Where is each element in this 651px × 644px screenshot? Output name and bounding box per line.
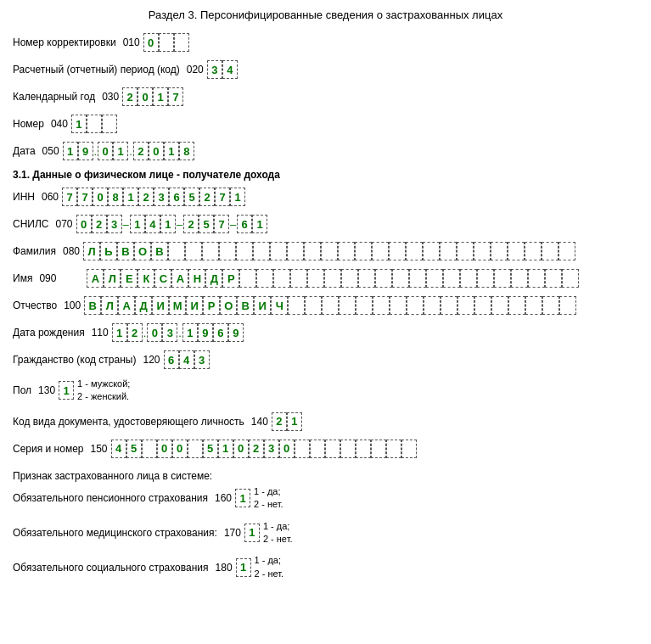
- inn-label: ИНН: [13, 191, 35, 203]
- cell-i-24: [477, 269, 494, 288]
- cell-sn-2: 5: [126, 440, 142, 458]
- cell-d-1: 1: [63, 142, 78, 160]
- cell-f-5: В: [151, 242, 168, 260]
- cell-i-25: [494, 269, 511, 288]
- cell-i-19: [392, 269, 409, 288]
- cell-s-6: 1: [160, 215, 176, 233]
- cell-o-19: [390, 296, 407, 315]
- snils-cells: 0 2 3 – 1 4 1 – 2 5 7 – 6 1: [76, 215, 268, 233]
- cell-f-27: [525, 242, 542, 260]
- cell-f-3: В: [117, 242, 134, 260]
- cell-gr-1: 6: [164, 350, 179, 369]
- cell-f-9: [219, 242, 236, 260]
- cell-f-18: [372, 242, 389, 260]
- cell-o-23: [457, 296, 474, 315]
- cell-i-12: [273, 269, 290, 288]
- snils-code: 070: [56, 218, 73, 230]
- otchestvo-row: Отчество 100 В Л А Д И М И Р О В И Ч: [13, 296, 638, 315]
- inn-row: ИНН 060 7 7 0 8 1 2 3 6 5 2 7 1: [13, 188, 638, 206]
- cell-dr-6: 9: [198, 323, 213, 342]
- cell-o-29: [559, 296, 576, 315]
- nomer-code: 040: [51, 118, 68, 130]
- cell-o-16: [339, 296, 356, 315]
- cell-o-15: [322, 296, 339, 315]
- obsoc-row: Обязательного социального страхования 18…: [13, 554, 638, 580]
- cell-op-1: 1: [235, 489, 250, 507]
- cell-f-8: [202, 242, 219, 260]
- cell-s-2: 2: [92, 215, 107, 233]
- cell-os-1: 1: [236, 558, 251, 577]
- cell-inn-7: 3: [154, 188, 169, 206]
- cell-i-22: [443, 269, 460, 288]
- cell-sn-1: 4: [111, 440, 126, 458]
- cell-i-1: А: [87, 269, 104, 288]
- cell-dr-8: 9: [228, 323, 244, 342]
- calendar-row: Календарный год 030 2 0 1 7: [13, 87, 638, 106]
- dataroz-row: Дата рождения 110 1 2 . 0 3 . 1 9 6 9: [13, 323, 638, 342]
- cell-n-3: [102, 115, 117, 133]
- cell-i-20: [409, 269, 426, 288]
- cell-sn-10: 2: [249, 440, 264, 458]
- cell-n-2: [87, 115, 102, 133]
- section31-title: 3.1. Данные о физическом лице - получате…: [13, 169, 638, 181]
- cell-cy-4: 7: [168, 87, 183, 106]
- cell-o-13: [288, 296, 305, 315]
- cell-nk-1: 0: [143, 33, 159, 52]
- cell-cy-2: 0: [137, 87, 153, 106]
- cell-s-4: 1: [130, 215, 145, 233]
- obpens-label: Обязательного пенсионного страхования: [13, 492, 208, 504]
- cell-inn-11: 7: [215, 188, 230, 206]
- cell-o-5: И: [152, 296, 169, 315]
- data-cells: 1 9 . 0 1 . 2 0 1 8: [63, 142, 194, 160]
- cell-sn-17: [356, 440, 371, 458]
- cell-o-26: [508, 296, 525, 315]
- cell-sn-3: [142, 440, 157, 458]
- raschetny-cells: 3 4: [207, 60, 238, 79]
- cell-o-27: [525, 296, 542, 315]
- inn-cells: 7 7 0 8 1 2 3 6 5 2 7 1: [62, 188, 245, 206]
- cell-f-15: [321, 242, 338, 260]
- grazhdanstvo-label: Гражданство (код страны): [13, 354, 136, 366]
- cell-i-27: [528, 269, 545, 288]
- cell-o-22: [441, 296, 457, 315]
- obsoc-label: Обязательного социального страхования: [13, 562, 209, 574]
- cell-i-7: Н: [188, 269, 205, 288]
- cell-f-4: О: [134, 242, 151, 260]
- cell-f-1: Л: [83, 242, 100, 260]
- cell-o-17: [356, 296, 373, 315]
- cell-i-10: [239, 269, 256, 288]
- cell-s-1: 0: [76, 215, 92, 233]
- obsoc-code: 180: [216, 562, 233, 574]
- imya-label: Имя: [13, 272, 32, 284]
- otchestvo-cells: В Л А Д И М И Р О В И Ч: [84, 296, 576, 315]
- cell-i-11: [256, 269, 273, 288]
- cell-d-8: 8: [179, 142, 194, 160]
- familiya-cells: Л Ь В О В: [83, 242, 575, 260]
- cell-o-10: В: [237, 296, 254, 315]
- pol-row: Пол 130 1 1 - мужской;2 - женский.: [13, 378, 638, 404]
- obmed-label: Обязательного медицинского страхования:: [13, 527, 217, 539]
- cell-f-22: [440, 242, 457, 260]
- pol-code: 130: [38, 384, 55, 396]
- cell-o-25: [491, 296, 508, 315]
- cell-f-24: [474, 242, 491, 260]
- cell-gr-2: 4: [179, 350, 194, 369]
- cell-i-29: [562, 269, 579, 288]
- cell-f-2: Ь: [100, 242, 117, 260]
- familiya-code: 080: [63, 245, 80, 257]
- seria-label: Серия и номер: [13, 443, 83, 455]
- cell-o-8: Р: [203, 296, 220, 315]
- cell-rp-2: 4: [222, 60, 238, 79]
- obmed-code: 170: [224, 527, 241, 539]
- data-row: Дата 050 1 9 . 0 1 . 2 0 1 8: [13, 142, 638, 160]
- cell-o-1: В: [84, 296, 101, 315]
- calendar-code: 030: [102, 91, 119, 103]
- calendar-cells: 2 0 1 7: [122, 87, 183, 106]
- pol-label: Пол: [13, 384, 31, 396]
- cell-i-4: К: [137, 269, 154, 288]
- dataroz-label: Дата рождения: [13, 327, 85, 339]
- cell-o-12: Ч: [271, 296, 288, 315]
- nomer-label: Номер: [13, 118, 44, 130]
- cell-i-13: [290, 269, 307, 288]
- cell-o-18: [373, 296, 390, 315]
